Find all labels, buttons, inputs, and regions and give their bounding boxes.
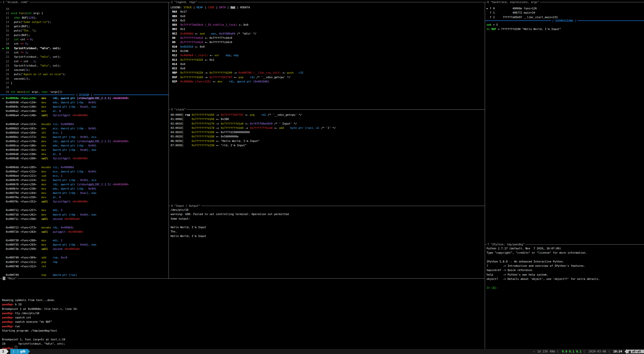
terminal-line: R9 0x7ffff7fcb4c0 ◂— 0x7ffff7fcb4c0 (171, 40, 303, 44)
terminal-line: 27 } (3, 81, 66, 85)
pane-backtrace-expressions[interactable] (485, 0, 644, 244)
terminal-line: pwndbg> cwatch cnt (2, 315, 78, 320)
terminal-line: R15 0x0 (171, 66, 303, 71)
window-name: gdb (20, 350, 25, 353)
terminal-line: R10 0x602010 ◂— 0x0 (171, 45, 303, 49)
terminal-line: LEGEND: STACK | HEAP | CODE | DATA | RWX… (171, 5, 303, 10)
terminal-line: RSI 0x40080d ◂— and eax, 0x4f000a64 /* '… (171, 32, 303, 36)
terminal-line: R12 0x4004b0 (_start) ◂— xor ebp, ebp (171, 53, 303, 57)
terminal-line: 0x4006a4 <func+148> call fprintf@plt <0x… (3, 113, 129, 117)
terminal-line: ds BUF = 7fffffffd190 "Hello World, I'm … (487, 27, 561, 31)
pane-title-backtrace: 6 "backtrace, expressions, args" (487, 1, 540, 4)
terminal-line: 12 char BUF[128]; (3, 16, 66, 20)
terminal-line (3, 234, 129, 238)
terminal-line: 0x4006f6 <func+230> mov rdi, qword ptr [… (3, 182, 129, 187)
source-code-listing: 10 11 void func(int arg) { 12 char BUF[1… (3, 7, 66, 94)
terminal-line: 0x40073b <func+299> call second <0x4005a… (3, 247, 129, 251)
terminal-line: 0x400749 nop dword ptr [rax] (3, 273, 129, 277)
terminal-line (3, 269, 129, 273)
terminal-line (3, 117, 129, 122)
tmux-status-bar: 2 1 gdb ↑ 1d 23h 49m 0.0 0.1 0.1 2020-03… (0, 349, 644, 354)
terminal-line: 0x400748 <func+312> ret (3, 264, 129, 269)
terminal-line: 0x4006bc <func+172> mov dword ptr [rbp -… (3, 135, 129, 139)
terminal-line: 0x4006d0 <func+192> mov dword ptr [rbp -… (3, 148, 129, 152)
terminal-line (487, 281, 600, 285)
pane-title-legend-regs: 2 "legend, regs" (170, 1, 198, 4)
terminal-line: 18 cnt += 5; (3, 42, 66, 46)
terminal-line: 0x400704 <func+244> mov dword ptr [rbp -… (3, 191, 129, 195)
uptime-arrow-icon: ↑ (533, 350, 535, 353)
terminal-line: 03:0018│ 0x7fffffffd178 —▸ 0x7fffffffd1b… (171, 126, 336, 130)
terminal-line: 21 fprintf(stdout, "%d\n", cnt); (3, 55, 66, 59)
terminal-line (3, 161, 129, 165)
terminal-line (3, 251, 129, 255)
terminal-line: 10 (3, 7, 66, 11)
terminal-line: 0x4006b9 <func+169> shl ecx, 1 (3, 131, 129, 135)
terminal-line: Thx. (171, 229, 289, 234)
powerline-arrow-icon (6, 349, 9, 354)
pane-title-input-output: 4 "Input / Output" (170, 204, 201, 208)
active-pane-number: 5 (3, 277, 5, 280)
terminal-line: 0x4006ca <func+186> mov edx, dword ptr [… (3, 143, 129, 148)
terminal-line: 0x400721 <func+273> movabs rdi, 0x40083c (3, 225, 129, 230)
terminal-line: /dev/pts/10 (171, 208, 289, 212)
status-right: ↑ 1d 23h 49m 0.0 0.1 0.1 2020-03-06 10:2… (533, 349, 644, 354)
terminal-line: 0x4006d8 <func+200> call fprintf@plt <0x… (3, 156, 129, 161)
terminal-line: RAX 0x17 (171, 10, 303, 14)
terminal-line: 0x4006fe <func+238> mov edx, dword ptr [… (3, 187, 129, 191)
terminal-line: 0x400696 <func+134> mov edx, dword ptr [… (3, 100, 129, 105)
lock-icon (629, 350, 631, 353)
terminal-line (171, 221, 289, 225)
terminal-line: 24 second(3); (3, 68, 66, 72)
powerline-arrow-icon (28, 349, 30, 354)
terminal-line: R8 0x7ffff7fcb4c0 ◂— 0x7ffff7fcb4c0 (171, 36, 303, 40)
terminal-line: 26 second(2); (3, 77, 66, 81)
terminal-line: ► 19 fprintf(stdout, "%d\n", cnt); (3, 46, 66, 50)
uptime-text: 1d 23h 49m (537, 350, 555, 353)
border-left-column (169, 2, 169, 278)
terminal-line: f 1 400772 main+34 (487, 11, 558, 15)
status-date: 2020-03-06 (589, 350, 606, 353)
terminal-line: 22 cnt = cnt - 1; (3, 59, 66, 64)
tmux-window-tab-gdb[interactable]: 1 gdb (10, 349, 28, 354)
pane-title-ipython: 7 "IPython: tmp/pwndbg" (487, 243, 525, 246)
terminal-line: 11 void func(int arg) { (3, 11, 66, 15)
terminal-line: 0x400735 <func+293> mov dword ptr [rbp -… (3, 243, 129, 247)
terminal-line: f 2 7ffff7a05b97 __libc_start_main+231 (487, 15, 558, 19)
chevron-left-icon (557, 350, 560, 353)
gdb-console-output: Reading symbols from test...done.pwndbg>… (2, 298, 78, 350)
terminal-line: cnt = 5 (487, 23, 561, 27)
ipython-console: Python 2.7.17 (default, Nov 7 2019, 10:0… (487, 246, 600, 290)
terminal-line: 07:0038│ 0x7fffffffd198 ◂— "rld, I'm Inp… (171, 143, 336, 148)
terminal-line: 13 puts("Some output:\n"); (3, 20, 66, 24)
terminal-line: RBP 0x7fffffffd220 —▸ 0x7fffffffd240 —▸ … (171, 71, 303, 75)
terminal-line: Starting program: /tmp/pwndbg/test (2, 329, 78, 333)
terminal-line: 02:0010│ 0x7fffffffd170 —▸ 0x7fffffffd1a… (171, 122, 336, 126)
terminal-line: R14 0x0 (171, 62, 303, 66)
terminal-line (2, 333, 78, 337)
terminal-line: Type "copyright", "credits" or "license"… (487, 251, 600, 255)
pane-title-main: 5 "Main" (2, 277, 17, 280)
chevron-right-icon (16, 350, 19, 353)
terminal-line: 0x4006e7 <func+215> mov ecx, dword ptr [… (3, 169, 129, 174)
pane-title-disasm-code: 1 "disasm, code" (2, 1, 29, 4)
terminal-line: pwndbg> b 19 (2, 302, 78, 307)
terminal-line: ? -> Introduction and overview of IPytho… (487, 264, 600, 268)
terminal-line: 06:0030│ 0x7fffffffd190 ◂— "Hello World,… (171, 139, 336, 143)
border-io-top (169, 206, 485, 206)
terminal-line: pwndbg> run (2, 324, 78, 329)
backtrace-frames: ► f 0 40068e func+126 f 1 400772 main+34… (487, 6, 558, 19)
terminal-line: 17 int cnt = 0; (3, 37, 66, 42)
terminal-line: 0x4006a9 <func+153> movabs rsi, 0x40080d (3, 122, 129, 126)
terminal-line: 00:0000│ rsp 0x7fffffffd160 —▸ 0x7ffff7b… (171, 113, 336, 117)
terminal-line: ► f 0 40068e func+126 (487, 6, 558, 11)
terminal-line: RBX 0x0 (171, 14, 303, 18)
program-io-output: /dev/pts/10warning: GDB: Failed to set c… (171, 208, 289, 238)
terminal-line: help -> Python's own help system. (487, 273, 600, 277)
terminal-line: IPython 5.8.0 -- An enhanced Interactive… (487, 259, 600, 264)
expressions-watch: cnt = 5ds BUF = 7fffffffd190 "Hello Worl… (487, 23, 561, 32)
window-index: 1 (13, 350, 14, 353)
terminal-line: pwndbg> tty /dev/pts/10 (2, 311, 78, 315)
terminal-line: Hello World, I'm Input (171, 234, 289, 238)
terminal-line: 0x4006a2 <func+146> mov al, 0 (3, 109, 129, 113)
